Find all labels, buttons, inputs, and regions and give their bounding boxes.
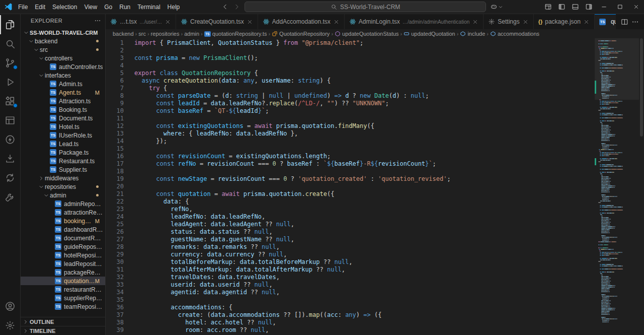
code-line[interactable]: 23 refNo, [106, 206, 594, 213]
code-line[interactable]: 1import { PrismaClient, QuotationStatus … [106, 39, 594, 47]
tree-item-hotel-ts[interactable]: TSHotel.ts [21, 122, 105, 131]
code-line[interactable]: 17 const refNo = revisionCount === 0 ? b… [106, 160, 594, 168]
tab-quotationrepository-ts[interactable]: TSquotationRepository.tsM [595, 14, 616, 29]
tree-item-teamrepository-ts[interactable]: TSteamRepository.ts [21, 302, 105, 311]
tree-item-src[interactable]: src [21, 45, 105, 54]
code-line[interactable]: 12 const existingQuotations = await pris… [106, 122, 594, 130]
code-line[interactable]: 11 [106, 115, 594, 122]
code-line[interactable]: 5export class QuotationRepository { [106, 70, 594, 77]
activitybar-settings[interactable] [0, 316, 21, 335]
toggle-secondary-sidebar-icon[interactable] [582, 1, 596, 14]
maximize-button[interactable] [612, 0, 628, 14]
menu-view[interactable]: View [80, 2, 101, 12]
menu-file[interactable]: File [15, 2, 31, 12]
tree-item-packagerepository-ts[interactable]: TSpackageRepository.ts [21, 268, 105, 277]
breadcrumb-quotationrepository[interactable]: QuotationRepository [272, 31, 330, 37]
tree-item-booking-ts[interactable]: TSBooking.ts [21, 105, 105, 114]
tree-item-dashboardrepository-ts[interactable]: TSdashboardRepository.ts [21, 225, 105, 234]
activitybar-search[interactable] [0, 34, 21, 53]
split-editor-icon[interactable] [621, 18, 628, 26]
code-line[interactable]: 36 accommodations: { [106, 304, 594, 311]
code-line[interactable]: 27 guestName: data.guestName ?? null, [106, 236, 594, 243]
tab-settings[interactable]: Settings [484, 14, 533, 29]
tree-item-supplierrepository-ts[interactable]: TSsupplierRepository.ts [21, 294, 105, 302]
code-line[interactable]: 34 agentid: data.agentid ?? null, [106, 289, 594, 296]
tab-package-json[interactable]: {}package.json [534, 14, 595, 29]
code-line[interactable]: 3const prisma = new PrismaClient(); [106, 54, 594, 62]
tree-item-repositories[interactable]: repositories [21, 182, 105, 191]
close-icon[interactable] [165, 19, 171, 25]
tree-item-lead-ts[interactable]: TSLead.ts [21, 140, 105, 148]
breadcrumb-repositories[interactable]: repositories [151, 31, 180, 37]
activitybar-table[interactable] [0, 111, 21, 130]
menu-terminal[interactable]: Terminal [134, 2, 164, 12]
tree-item-package-ts[interactable]: TSPackage.ts [21, 148, 105, 157]
code-line[interactable]: 24 leadRefNo: data.leadRefNo, [106, 213, 594, 221]
breadcrumb-include[interactable]: include [460, 31, 485, 37]
close-window-button[interactable] [628, 0, 644, 14]
tree-item-leadrepository-ts[interactable]: TSleadRepository.ts [21, 259, 105, 268]
breadcrumb-accommodations[interactable]: accommodations [490, 31, 539, 37]
code-line[interactable]: 37 create: (data.accommodations ?? []).m… [106, 311, 594, 319]
breadcrumb-admin[interactable]: admin [184, 31, 199, 37]
tree-item-ss-world-travel-crm[interactable]: SS-WORLD-TRAVEL-CRM [21, 28, 105, 37]
menu-go[interactable]: Go [101, 2, 116, 12]
code-line[interactable]: 33 userid: data.userid ?? null, [106, 281, 594, 289]
breadcrumb-updatedquotation[interactable]: updatedQuotation [404, 31, 455, 37]
tree-item-documentrepository-ts[interactable]: TSdocumentRepository.ts [21, 234, 105, 242]
tab-createquotation-tsx[interactable]: CreateQuotation.tsx [176, 14, 258, 29]
command-center-search[interactable]: SS-World-Travel-CRM [245, 2, 486, 12]
code-line[interactable]: 20 [106, 183, 594, 190]
tree-item-attractionrepository-ts[interactable]: TSattractionRepository.ts [21, 208, 105, 217]
code-line[interactable]: 21 const quotation = await prisma.quotat… [106, 190, 594, 198]
code-line[interactable]: 14 }); [106, 138, 594, 145]
section-timeline[interactable]: TIMELINE [21, 326, 105, 335]
code-line[interactable]: 10 const baseRef = `QT-${leadId}`; [106, 107, 594, 115]
code-line[interactable]: 31 totalAfterMarkup: data.totalAfterMark… [106, 266, 594, 274]
code-line[interactable]: 39 room: acc.room ?? null, [106, 326, 594, 334]
activitybar-thunder[interactable] [0, 130, 21, 149]
code-line[interactable]: 25 leadAgent: data.leadAgent ?? null, [106, 221, 594, 228]
more-actions-icon[interactable] [94, 17, 101, 24]
code-line[interactable]: 9 const leadId = data.leadRefNo?.replace… [106, 100, 594, 107]
minimize-button[interactable] [596, 0, 612, 14]
close-icon[interactable] [247, 19, 253, 25]
tree-item-middlewares[interactable]: middlewares [21, 174, 105, 182]
tree-item-adminrepository-ts[interactable]: TSadminRepository.ts [21, 199, 105, 208]
toggle-panel-icon[interactable] [569, 1, 582, 14]
code-line[interactable]: 4 [106, 62, 594, 70]
tree-item-admin[interactable]: admin [21, 191, 105, 199]
code-line[interactable]: 28 remarks: data.remarks ?? null, [106, 243, 594, 251]
tree-item-admin-ts[interactable]: TSAdmin.ts [21, 80, 105, 88]
tree-item-attraction-ts[interactable]: TSAttraction.ts [21, 97, 105, 105]
close-icon[interactable] [333, 19, 340, 25]
tree-item-guiderepository-ts[interactable]: TSguideRepository.ts [21, 242, 105, 251]
tree-item-restaurant-ts[interactable]: TSRestaurant.ts [21, 157, 105, 165]
activitybar-tools[interactable] [0, 187, 21, 207]
code-line[interactable]: 29 currency: data.currency ?? null, [106, 251, 594, 258]
code-line[interactable]: 22 data: { [106, 198, 594, 206]
activitybar-download[interactable] [0, 149, 21, 168]
breadcrumb-quotationrepository-ts[interactable]: TSquotationRepository.ts [204, 31, 267, 37]
close-icon[interactable] [522, 19, 529, 25]
copilot-button[interactable] [490, 3, 503, 11]
close-icon[interactable] [472, 19, 478, 25]
code-line[interactable]: 18 [106, 168, 594, 175]
close-icon[interactable] [583, 19, 590, 25]
code-line[interactable]: 13 where: { leadRefNo: data.leadRefNo }, [106, 130, 594, 138]
code-line[interactable]: 15 [106, 145, 594, 153]
activitybar-explorer[interactable] [0, 15, 21, 34]
more-actions-icon[interactable] [631, 18, 639, 26]
activitybar-source-control[interactable] [0, 53, 21, 73]
tree-item-supplier-ts[interactable]: TSSupplier.ts [21, 165, 105, 174]
customize-layout-icon[interactable] [541, 1, 555, 14]
section-outline[interactable]: OUTLINE [21, 317, 105, 326]
menu-help[interactable]: Help [164, 2, 184, 12]
code-line[interactable]: 32 travelDates: data.travelDates, [106, 274, 594, 281]
tree-item-hotelrepository-ts[interactable]: TShotelRepository.ts [21, 251, 105, 259]
tree-item-backend[interactable]: backend [21, 37, 105, 45]
tree-item-document-ts[interactable]: TSDocument.ts [21, 114, 105, 122]
activitybar-run-debug[interactable] [0, 73, 21, 92]
breadcrumb-backend[interactable]: backend [113, 31, 134, 37]
forward-icon[interactable] [233, 3, 240, 11]
